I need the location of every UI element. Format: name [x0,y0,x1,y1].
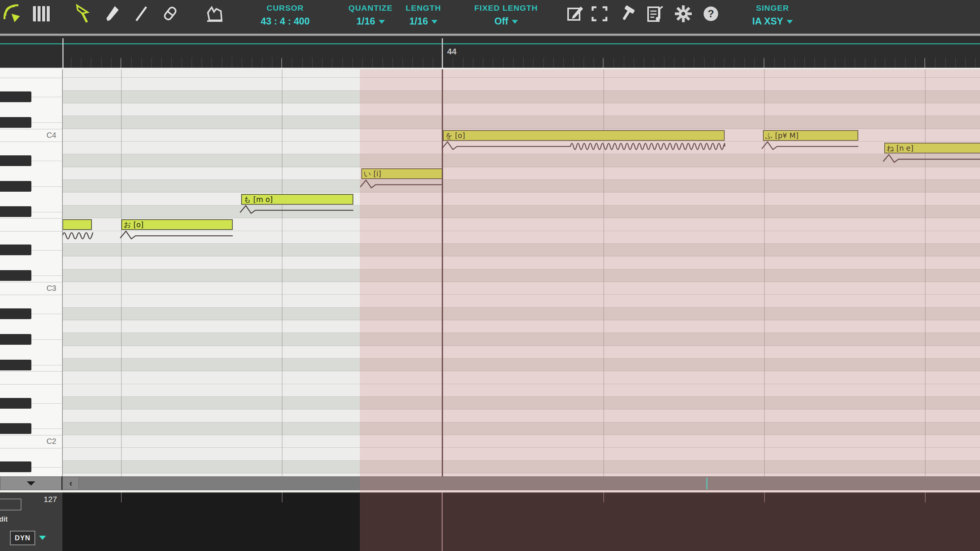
note-ね [n e][interactable]: ね [n e] [884,143,980,153]
singer-field[interactable]: SINGER IA XSY [752,2,793,28]
length-field-label: LENGTH [406,2,441,14]
piano-keyboard[interactable]: C4C3C2 [0,69,62,476]
settings-gear-icon[interactable] [674,3,693,24]
pitch-curve [762,142,858,150]
param-beat-tick [603,492,604,502]
black-key-F#3[interactable] [0,206,31,217]
fixed-length-field-value: Off [494,14,508,28]
toolbar-separator [0,34,980,36]
part-extent-bar [0,43,980,44]
pitch-curve [62,233,93,239]
fixed-length-field[interactable]: FIXED LENGTH Off [474,2,538,28]
grid-start-line [62,38,64,69]
score-document-icon[interactable] [645,3,665,24]
singer-field-label: SINGER [756,2,789,14]
chevron-down-icon[interactable] [787,20,793,24]
param-beat-tick [282,492,283,502]
parameter-panel-controls: 127 dit DYN [0,492,62,551]
playhead-line [442,69,443,476]
black-key-C#3[interactable] [0,270,31,281]
chevron-down-icon[interactable] [512,20,518,24]
note-い [i][interactable]: い [i] [361,168,443,179]
black-key-C#2[interactable] [0,423,31,434]
scroll-strip: ‹ [0,476,980,490]
measure-ruler[interactable]: 44 [0,36,980,69]
cursor-position-field[interactable]: CURSOR 43 : 4 : 400 [261,2,310,28]
key-label-C4: C4 [46,131,56,140]
parameter-top-line [62,493,980,494]
audio-preview-icon[interactable] [2,3,24,24]
length-field[interactable]: LENGTH 1/16 [406,2,441,28]
grid-left-border [62,69,63,476]
black-key-D#2[interactable] [0,398,31,409]
pitch-curve [120,231,233,239]
horizontal-scrollbar[interactable]: ‹ [62,476,980,490]
black-key-G#3[interactable] [0,181,31,192]
scroll-left-button[interactable]: ‹ [63,478,79,489]
pen-tool-icon[interactable] [103,3,122,24]
quantize-field-value: 1/16 [356,14,375,28]
param-beat-tick [925,492,926,502]
singer-field-value: IA XSY [752,14,783,28]
note-grid[interactable]: お [o]も [m o]い [i]を [o]ふ [p¥ M]ね [n e] [62,69,980,476]
note-ふ [p¥ M][interactable]: ふ [p¥ M] [763,130,858,141]
hammer-tool-icon[interactable] [618,3,637,24]
ruler-bottom-separator [0,68,980,69]
cursor-field-label: CURSOR [266,2,304,14]
key-label-C3: C3 [46,284,56,293]
edit-label: dit [0,515,8,523]
chevron-down-icon[interactable] [379,20,385,24]
quantize-field[interactable]: QUANTIZE 1/16 [348,2,392,28]
cursor-field-value: 43 : 4 : 400 [261,14,310,28]
select-region-icon[interactable] [590,3,609,24]
polyline-tool-icon[interactable] [204,3,225,24]
quantize-field-label: QUANTIZE [348,2,392,14]
note-partial[interactable] [62,219,92,230]
pitch-curve [442,142,725,150]
black-key-A#1[interactable] [0,461,31,472]
chevron-down-icon[interactable] [431,20,438,24]
pitch-curve [240,206,353,214]
measure-44-line [442,38,443,69]
cursor-tool-icon[interactable] [74,3,95,24]
pitch-curve [883,155,980,162]
black-key-A#3[interactable] [0,155,31,166]
line-tool-icon[interactable] [132,3,152,24]
edit-note-icon[interactable] [566,3,584,24]
length-field-value: 1/16 [409,14,428,28]
piano-keys-icon[interactable] [32,3,51,24]
parameter-selector-button[interactable]: DYN [10,531,35,545]
note-も [m o][interactable]: も [m o] [241,194,353,205]
fixed-length-field-label: FIXED LENGTH [474,2,538,14]
pitch-curve [360,180,443,188]
triangle-down-icon[interactable] [39,536,46,540]
measure-number-label: 44 [447,47,456,57]
eraser-tool-icon[interactable] [160,3,180,24]
black-key-D#3[interactable] [0,245,31,255]
note-お [o][interactable]: お [o] [121,219,233,230]
toolbar: CURSOR 43 : 4 : 400 QUANTIZE 1/16 LENGTH… [0,0,980,34]
scale-max-label: 127 [44,495,57,504]
black-key-F#2[interactable] [0,360,31,370]
black-key-C#4[interactable] [0,117,31,128]
value-input-box[interactable] [0,499,21,510]
triangle-down-icon [27,481,35,486]
param-beat-tick [764,492,765,502]
scroll-separator [0,490,980,492]
scrollbar-position-marker [706,478,707,489]
parameter-playhead-line [442,492,443,551]
help-icon[interactable]: ? [702,3,720,24]
black-key-D#4[interactable] [0,91,31,102]
parameter-graph-area[interactable] [62,492,980,551]
black-key-A#2[interactable] [0,308,31,319]
param-beat-tick [121,492,122,502]
key-label-C2: C2 [46,437,56,446]
scroll-down-button[interactable] [0,476,62,490]
note-を [o][interactable]: を [o] [443,130,725,141]
black-key-G#2[interactable] [0,334,31,345]
